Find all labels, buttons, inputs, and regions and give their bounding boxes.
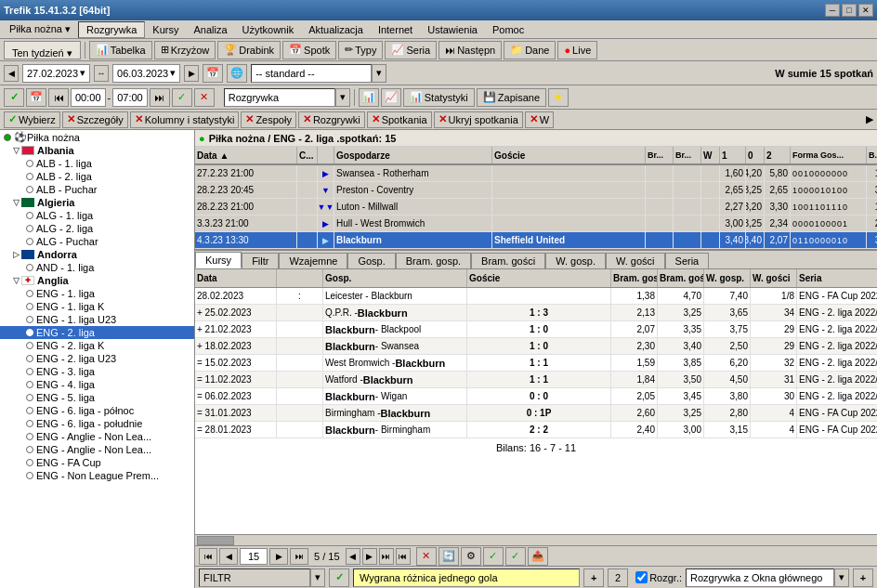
maximize-button[interactable]: □ <box>842 4 857 17</box>
time-to-input[interactable]: 07:00 <box>112 88 148 107</box>
standard-value[interactable]: -- standard -- <box>251 64 372 83</box>
nav-btn-3[interactable]: ⏭ <box>379 548 394 565</box>
menu-analiza[interactable]: Analiza <box>186 22 234 37</box>
rozgr-value-arrow[interactable]: ▾ <box>834 568 849 587</box>
col-gospodarze[interactable]: Gospodarze <box>334 147 492 163</box>
filtr-dropdown-arrow[interactable]: ▾ <box>310 568 325 587</box>
tab-kursy[interactable]: Kursy <box>195 252 242 268</box>
sidebar-pilka-nozna[interactable]: ⚽ Piłka nożna <box>0 130 194 144</box>
star-button[interactable]: ★ <box>548 88 569 107</box>
match-row-5[interactable]: 4.3.23 13:30 ▶ Blackburn Sheffield Unite… <box>195 232 877 249</box>
sidebar-alg-puchar[interactable]: ALG - Puchar <box>0 235 194 248</box>
col-br1[interactable]: Br... <box>646 147 674 163</box>
sidebar-and-1-liga[interactable]: AND - 1. liga <box>0 261 194 274</box>
detail-row-1[interactable]: 28.02.2023 : Leicester - Blackburn 1,38 … <box>195 288 877 305</box>
nav-btn-1[interactable]: ◀ <box>346 548 360 565</box>
detail-col-w-gosp[interactable]: W. gosp. <box>704 269 751 287</box>
sidebar-alb-puchar[interactable]: ALB - Puchar <box>0 183 194 196</box>
rozgrywki-button[interactable]: ✕ Rozgrywki <box>298 111 365 128</box>
menu-pomoc[interactable]: Pomoc <box>485 22 531 37</box>
prev-page-button[interactable]: ◀ <box>219 548 238 565</box>
match-row-3[interactable]: 28.2.23 21:00 ▼▼ Luton - Millwall 2,27 3… <box>195 199 877 216</box>
szczegoly-button[interactable]: ✕ Szczegóły <box>62 111 128 128</box>
seria-button[interactable]: 📈 Seria <box>385 41 437 59</box>
last-page-button[interactable]: ⏭ <box>290 548 308 565</box>
calendar-icon-button[interactable]: 📅 <box>203 64 223 83</box>
rewind-button[interactable]: ⏮ <box>48 88 69 107</box>
menu-aktualizacja[interactable]: Aktualizacja <box>301 22 371 37</box>
spotkania-button[interactable]: ✕ Spotkania <box>367 111 432 128</box>
sidebar-algieria-group[interactable]: ▽ Algieria <box>0 196 194 209</box>
prev-date-button[interactable]: ◀ <box>4 65 19 82</box>
from-date-input[interactable]: 27.02.2023 ▾ <box>22 64 90 83</box>
sidebar-eng-6-poludnie[interactable]: ENG - 6. liga - południe <box>0 417 194 430</box>
krzyzow-button[interactable]: ⊞ Krzyżow <box>154 41 216 59</box>
sidebar-eng-non-league-prem[interactable]: ENG - Non League Prem... <box>0 469 194 482</box>
detail-col-seria[interactable]: Seria <box>797 269 877 287</box>
close-button[interactable]: ✕ <box>858 4 873 17</box>
sidebar-eng-anglie-non1[interactable]: ENG - Anglie - Non Lea... <box>0 430 194 443</box>
nav-btn-4[interactable]: ⏮ <box>396 548 411 565</box>
tab-wzajemne[interactable]: Wzajemne <box>279 253 347 268</box>
first-page-button[interactable]: ⏮ <box>199 548 217 565</box>
forward-button[interactable]: ⏭ <box>150 88 170 107</box>
section-combo[interactable]: Rozgrywka ▾ <box>224 88 350 107</box>
sidebar-eng-1-ligau23[interactable]: ENG - 1. liga U23 <box>0 313 194 326</box>
sidebar-andorra-group[interactable]: ▷ Andorra <box>0 248 194 261</box>
sidebar-eng-5-liga[interactable]: ENG - 5. liga <box>0 391 194 404</box>
menu-pilka-nozna[interactable]: Piłka nożna ▾ <box>2 21 78 37</box>
green-check-button[interactable]: ✓ <box>4 88 24 107</box>
tab-seria[interactable]: Seria <box>665 253 710 268</box>
dropdown-pilka[interactable]: Ten tydzień ▾ <box>4 41 81 59</box>
zapisane-button[interactable]: 💾 Zapisane <box>477 88 546 107</box>
scrollbar-thumb[interactable] <box>197 536 234 545</box>
time-from-input[interactable]: 00:00 <box>71 88 106 107</box>
sidebar-eng-anglie-non2[interactable]: ENG - Anglie - Non Lea... <box>0 443 194 456</box>
wybierz-button[interactable]: ✓ Wybierz <box>4 111 60 128</box>
sidebar-alg-1-liga[interactable]: ALG - 1. liga <box>0 209 194 222</box>
match-row-1[interactable]: 27.2.23 21:00 ▶ Swansea - Rotherham 1,60… <box>195 165 877 182</box>
live-button[interactable]: ● Live <box>557 41 597 59</box>
rozgr-add-button[interactable]: + <box>853 568 873 587</box>
rozgr-checkbox[interactable] <box>635 571 648 583</box>
filtr-apply-button[interactable]: ✓ <box>329 568 349 587</box>
col-2[interactable]: 2 <box>765 147 791 163</box>
sidebar-eng-6-polnoc[interactable]: ENG - 6. liga - północ <box>0 404 194 417</box>
cancel-button2[interactable]: ✕ <box>194 88 215 107</box>
sidebar-eng-1-liga[interactable]: ENG - 1. liga <box>0 287 194 300</box>
detail-col-result[interactable] <box>277 269 323 287</box>
detail-col-w-gosci[interactable]: W. gości <box>751 269 797 287</box>
next-page-button[interactable]: ▶ <box>269 548 288 565</box>
menu-ustawienia[interactable]: Ustawienia <box>420 22 485 37</box>
sidebar-albania-group[interactable]: ▽ Albania <box>0 144 194 157</box>
col-b1[interactable]: B... <box>867 147 877 163</box>
globe-button[interactable]: 🌐 <box>227 64 247 83</box>
sidebar-alg-2-liga[interactable]: ALG - 2. liga <box>0 222 194 235</box>
col-data[interactable]: Data ▲ <box>195 147 297 163</box>
detail-row-3[interactable]: + 21.02.2023 Blackburn - Blackpool 1 : 0… <box>195 321 877 338</box>
sidebar-eng-2-liga[interactable]: ENG - 2. liga <box>0 326 194 339</box>
detail-col-bram-gosci[interactable]: Bram. gości <box>658 269 704 287</box>
tab-filtr[interactable]: Filtr <box>242 253 279 268</box>
detail-row-9[interactable]: = 28.01.2023 Blackburn - Birmingham 2 : … <box>195 422 877 438</box>
spotk-button[interactable]: 📅 Spotk <box>282 41 336 59</box>
from-date-dropdown-icon[interactable]: ▾ <box>80 67 85 79</box>
standard-combo[interactable]: -- standard -- ▾ <box>251 64 386 83</box>
action-btn-settings[interactable]: ⚙ <box>461 547 481 566</box>
tab-w-gosci[interactable]: W. gości <box>606 253 665 268</box>
nastepn-button[interactable]: ⏭ Następn <box>438 41 502 59</box>
filtr-label[interactable]: FILTR <box>199 568 310 587</box>
horizontal-scrollbar[interactable] <box>195 534 877 545</box>
menu-internet[interactable]: Internet <box>371 22 420 37</box>
to-date-dropdown-icon[interactable]: ▾ <box>170 67 176 79</box>
ukryj-button[interactable]: ✕ Ukryj spotkania <box>434 111 523 128</box>
tabelka-button[interactable]: 📊 Tabelka <box>89 41 152 59</box>
col-c[interactable]: C... <box>297 147 318 163</box>
tab-gosp[interactable]: Gosp. <box>347 253 395 268</box>
filter-count-button[interactable]: 2 <box>608 568 628 587</box>
typy-button[interactable]: ✏ Typy <box>338 41 383 59</box>
dane-button[interactable]: 📁 Dane <box>504 41 556 59</box>
menu-rozgrywka[interactable]: Rozgrywka <box>78 21 145 38</box>
sidebar-eng-3-liga[interactable]: ENG - 3. liga <box>0 365 194 378</box>
detail-col-bram-gosp[interactable]: Bram. gosp. <box>611 269 658 287</box>
